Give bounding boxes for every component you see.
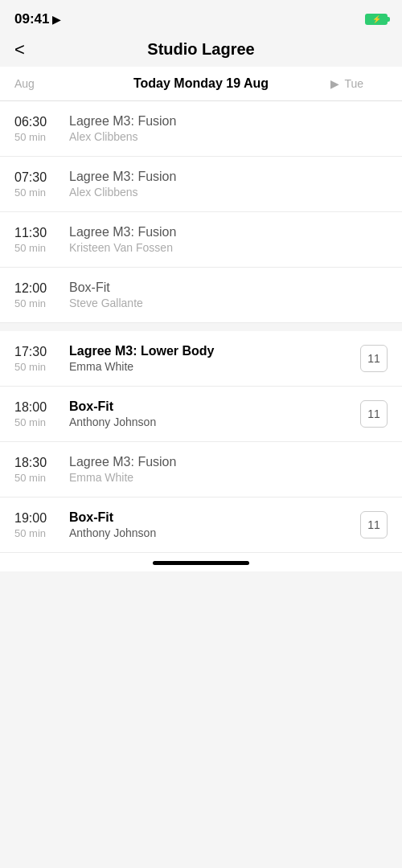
class-name: Lagree M3: Fusion <box>69 225 388 240</box>
class-time: 06:30 <box>14 115 47 129</box>
class-info: Lagree M3: FusionKristeen Van Fossen <box>69 225 388 254</box>
class-name: Lagree M3: Lower Body <box>69 344 347 358</box>
class-duration: 50 min <box>14 527 46 539</box>
list-item[interactable]: 18:3050 minLagree M3: FusionEmma White <box>0 442 402 497</box>
class-duration: 50 min <box>14 297 46 309</box>
class-time: 12:00 <box>14 281 47 296</box>
instructor-name: Emma White <box>69 471 388 484</box>
next-day-label: Tue <box>344 77 363 90</box>
chevron-right-icon: ▶ <box>330 77 339 90</box>
next-day-button[interactable]: ▶ Tue <box>330 77 363 90</box>
date-nav: Aug Today Monday 19 Aug ▶ Tue <box>0 67 402 101</box>
prev-day-label[interactable]: Aug <box>14 77 35 90</box>
class-duration: 50 min <box>14 131 46 143</box>
class-name: Box-Fit <box>69 399 347 414</box>
list-item[interactable]: 17:3050 minLagree M3: Lower BodyEmma Whi… <box>0 331 402 387</box>
list-item[interactable]: 19:0050 minBox-FitAnthony Johnson11 <box>0 497 402 553</box>
list-item[interactable]: 07:3050 minLagree M3: FusionAlex Clibben… <box>0 157 402 212</box>
header: < Studio Lagree <box>0 35 402 67</box>
battery-container: ⚡ <box>365 14 388 25</box>
class-info: Box-FitSteve Gallante <box>69 280 388 309</box>
list-item[interactable]: 11:3050 minLagree M3: FusionKristeen Van… <box>0 212 402 268</box>
class-info: Lagree M3: Lower BodyEmma White <box>69 344 347 373</box>
instructor-name: Anthony Johnson <box>69 416 347 428</box>
location-icon: ▶ <box>52 14 60 26</box>
schedule-list: 06:3050 minLagree M3: FusionAlex Clibben… <box>0 101 402 553</box>
time-block: 17:3050 min <box>14 345 56 373</box>
status-bar: 09:41 ▶ ⚡ <box>0 0 402 35</box>
class-info: Box-FitAnthony Johnson <box>69 399 347 428</box>
instructor-name: Alex Clibbens <box>69 130 388 143</box>
class-time: 11:30 <box>14 226 47 240</box>
current-date: Today Monday 19 Aug <box>133 76 269 91</box>
home-indicator <box>0 553 402 571</box>
class-time: 18:00 <box>14 400 47 415</box>
back-button[interactable]: < <box>14 39 25 60</box>
battery-charging-icon: ⚡ <box>372 15 381 23</box>
class-time: 17:30 <box>14 345 47 359</box>
class-time: 19:00 <box>14 511 47 526</box>
class-name: Lagree M3: Fusion <box>69 455 388 469</box>
class-info: Lagree M3: FusionAlex Clibbens <box>69 114 388 143</box>
class-name: Lagree M3: Fusion <box>69 170 388 184</box>
instructor-name: Steve Gallante <box>69 297 388 309</box>
spots-badge: 11 <box>360 345 388 372</box>
time-block: 06:3050 min <box>14 115 56 143</box>
class-duration: 50 min <box>14 242 46 254</box>
instructor-name: Emma White <box>69 360 347 373</box>
time-display: 09:41 <box>14 11 49 27</box>
time-block: 18:3050 min <box>14 456 56 484</box>
instructor-name: Alex Clibbens <box>69 186 388 199</box>
list-item[interactable]: 18:0050 minBox-FitAnthony Johnson11 <box>0 387 402 442</box>
page-title: Studio Lagree <box>147 40 254 59</box>
status-time: 09:41 ▶ <box>14 11 60 27</box>
home-bar <box>153 561 249 565</box>
class-name: Lagree M3: Fusion <box>69 114 388 129</box>
class-info: Box-FitAnthony Johnson <box>69 510 347 539</box>
time-block: 12:0050 min <box>14 281 56 309</box>
list-item[interactable]: 12:0050 minBox-FitSteve Gallante <box>0 268 402 323</box>
class-duration: 50 min <box>14 361 46 373</box>
list-item[interactable]: 06:3050 minLagree M3: FusionAlex Clibben… <box>0 101 402 157</box>
spots-badge: 11 <box>360 400 388 428</box>
section-divider <box>0 323 402 331</box>
class-time: 07:30 <box>14 170 47 185</box>
class-name: Box-Fit <box>69 510 347 525</box>
class-duration: 50 min <box>14 472 46 484</box>
class-time: 18:30 <box>14 456 47 470</box>
time-block: 11:3050 min <box>14 226 56 254</box>
battery-icon: ⚡ <box>365 14 388 25</box>
instructor-name: Kristeen Van Fossen <box>69 241 388 254</box>
class-duration: 50 min <box>14 186 46 199</box>
time-block: 18:0050 min <box>14 400 56 428</box>
class-duration: 50 min <box>14 416 46 428</box>
time-block: 07:3050 min <box>14 170 56 199</box>
spots-badge: 11 <box>360 511 388 538</box>
instructor-name: Anthony Johnson <box>69 526 347 539</box>
class-info: Lagree M3: FusionEmma White <box>69 455 388 484</box>
class-info: Lagree M3: FusionAlex Clibbens <box>69 170 388 199</box>
time-block: 19:0050 min <box>14 511 56 539</box>
class-name: Box-Fit <box>69 280 388 295</box>
